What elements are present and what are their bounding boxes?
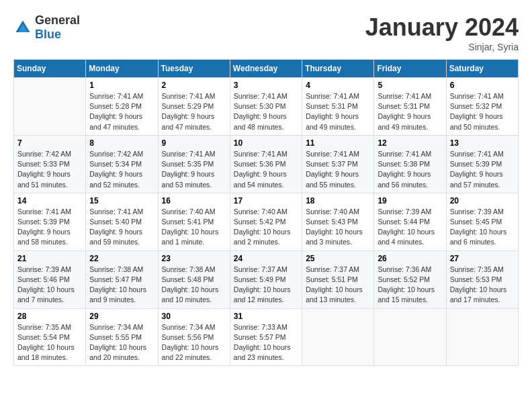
day-info: Sunrise: 7:33 AM Sunset: 5:57 PM Dayligh… xyxy=(234,322,298,363)
weekday-header: Thursday xyxy=(302,60,374,78)
day-info: Sunrise: 7:39 AM Sunset: 5:46 PM Dayligh… xyxy=(17,265,82,306)
calendar-cell: 23Sunrise: 7:38 AM Sunset: 5:48 PM Dayli… xyxy=(158,250,230,308)
day-info: Sunrise: 7:41 AM Sunset: 5:35 PM Dayligh… xyxy=(162,149,226,190)
logo-text-general: General xyxy=(35,13,80,27)
day-info: Sunrise: 7:41 AM Sunset: 5:39 PM Dayligh… xyxy=(17,207,82,248)
day-number: 3 xyxy=(234,81,298,90)
calendar-cell: 21Sunrise: 7:39 AM Sunset: 5:46 PM Dayli… xyxy=(14,250,86,308)
calendar-cell: 28Sunrise: 7:35 AM Sunset: 5:54 PM Dayli… xyxy=(14,308,86,366)
day-info: Sunrise: 7:41 AM Sunset: 5:30 PM Dayligh… xyxy=(234,91,298,132)
day-info: Sunrise: 7:40 AM Sunset: 5:42 PM Dayligh… xyxy=(234,207,298,248)
calendar-cell: 4Sunrise: 7:41 AM Sunset: 5:31 PM Daylig… xyxy=(302,78,374,136)
day-info: Sunrise: 7:41 AM Sunset: 5:29 PM Dayligh… xyxy=(162,91,226,132)
day-info: Sunrise: 7:37 AM Sunset: 5:51 PM Dayligh… xyxy=(306,265,370,306)
weekday-header: Monday xyxy=(86,60,158,78)
day-number: 15 xyxy=(89,196,154,205)
day-number: 7 xyxy=(17,138,82,148)
day-info: Sunrise: 7:41 AM Sunset: 5:31 PM Dayligh… xyxy=(378,91,442,132)
calendar-week-row: 7Sunrise: 7:42 AM Sunset: 5:33 PM Daylig… xyxy=(14,135,519,193)
day-number: 23 xyxy=(162,254,226,263)
weekday-header: Friday xyxy=(374,60,446,78)
calendar-cell: 19Sunrise: 7:39 AM Sunset: 5:44 PM Dayli… xyxy=(374,193,446,250)
calendar-cell: 15Sunrise: 7:41 AM Sunset: 5:40 PM Dayli… xyxy=(86,193,158,250)
day-number: 25 xyxy=(306,254,370,263)
day-info: Sunrise: 7:34 AM Sunset: 5:56 PM Dayligh… xyxy=(162,322,226,363)
weekday-header: Wednesday xyxy=(230,60,302,78)
day-number: 2 xyxy=(162,81,226,90)
calendar-week-row: 14Sunrise: 7:41 AM Sunset: 5:39 PM Dayli… xyxy=(14,193,519,250)
logo: General Blue xyxy=(13,13,80,42)
day-info: Sunrise: 7:41 AM Sunset: 5:38 PM Dayligh… xyxy=(378,149,442,190)
day-info: Sunrise: 7:41 AM Sunset: 5:32 PM Dayligh… xyxy=(450,91,515,132)
day-number: 29 xyxy=(89,312,154,321)
day-number: 20 xyxy=(450,196,515,205)
day-number: 22 xyxy=(89,254,154,263)
day-info: Sunrise: 7:38 AM Sunset: 5:47 PM Dayligh… xyxy=(89,265,154,306)
calendar-week-row: 21Sunrise: 7:39 AM Sunset: 5:46 PM Dayli… xyxy=(14,250,519,308)
day-number: 5 xyxy=(378,81,442,90)
day-number: 12 xyxy=(378,138,442,148)
calendar-cell xyxy=(14,78,86,136)
day-number: 18 xyxy=(306,196,370,205)
calendar-cell: 25Sunrise: 7:37 AM Sunset: 5:51 PM Dayli… xyxy=(302,250,374,308)
calendar-cell: 9Sunrise: 7:41 AM Sunset: 5:35 PM Daylig… xyxy=(158,135,230,193)
day-number: 11 xyxy=(306,138,370,148)
weekday-header: Sunday xyxy=(14,60,86,78)
calendar-cell xyxy=(446,308,518,366)
calendar-week-row: 1Sunrise: 7:41 AM Sunset: 5:28 PM Daylig… xyxy=(14,78,519,136)
day-info: Sunrise: 7:37 AM Sunset: 5:49 PM Dayligh… xyxy=(234,265,298,306)
day-number: 9 xyxy=(162,138,226,148)
calendar-cell: 12Sunrise: 7:41 AM Sunset: 5:38 PM Dayli… xyxy=(374,135,446,193)
calendar-cell: 26Sunrise: 7:36 AM Sunset: 5:52 PM Dayli… xyxy=(374,250,446,308)
day-number: 26 xyxy=(378,254,442,263)
logo-icon xyxy=(13,18,32,37)
calendar-header-row: SundayMondayTuesdayWednesdayThursdayFrid… xyxy=(14,60,519,78)
day-number: 31 xyxy=(234,312,298,321)
day-info: Sunrise: 7:41 AM Sunset: 5:40 PM Dayligh… xyxy=(89,207,154,248)
calendar-cell: 22Sunrise: 7:38 AM Sunset: 5:47 PM Dayli… xyxy=(86,250,158,308)
calendar-cell xyxy=(302,308,374,366)
calendar-cell: 16Sunrise: 7:40 AM Sunset: 5:41 PM Dayli… xyxy=(158,193,230,250)
day-number: 10 xyxy=(234,138,298,148)
day-number: 17 xyxy=(234,196,298,205)
calendar-cell: 18Sunrise: 7:40 AM Sunset: 5:43 PM Dayli… xyxy=(302,193,374,250)
month-title: January 2024 xyxy=(365,13,519,42)
day-info: Sunrise: 7:42 AM Sunset: 5:34 PM Dayligh… xyxy=(89,149,154,190)
day-number: 16 xyxy=(162,196,226,205)
day-number: 13 xyxy=(450,138,515,148)
calendar-week-row: 28Sunrise: 7:35 AM Sunset: 5:54 PM Dayli… xyxy=(14,308,519,366)
calendar-cell: 29Sunrise: 7:34 AM Sunset: 5:55 PM Dayli… xyxy=(86,308,158,366)
day-number: 6 xyxy=(450,81,515,90)
day-info: Sunrise: 7:42 AM Sunset: 5:33 PM Dayligh… xyxy=(17,149,82,190)
day-info: Sunrise: 7:35 AM Sunset: 5:54 PM Dayligh… xyxy=(17,322,82,363)
calendar-cell: 17Sunrise: 7:40 AM Sunset: 5:42 PM Dayli… xyxy=(230,193,302,250)
weekday-header: Tuesday xyxy=(158,60,230,78)
day-info: Sunrise: 7:40 AM Sunset: 5:41 PM Dayligh… xyxy=(162,207,226,248)
calendar-cell: 10Sunrise: 7:41 AM Sunset: 5:36 PM Dayli… xyxy=(230,135,302,193)
calendar-table: SundayMondayTuesdayWednesdayThursdayFrid… xyxy=(13,59,519,366)
day-info: Sunrise: 7:38 AM Sunset: 5:48 PM Dayligh… xyxy=(162,265,226,306)
day-info: Sunrise: 7:41 AM Sunset: 5:39 PM Dayligh… xyxy=(450,149,515,190)
day-number: 19 xyxy=(378,196,442,205)
day-number: 30 xyxy=(162,312,226,321)
day-info: Sunrise: 7:36 AM Sunset: 5:52 PM Dayligh… xyxy=(378,265,442,306)
calendar-cell: 30Sunrise: 7:34 AM Sunset: 5:56 PM Dayli… xyxy=(158,308,230,366)
day-number: 1 xyxy=(89,81,154,90)
day-number: 14 xyxy=(17,196,82,205)
calendar-cell: 14Sunrise: 7:41 AM Sunset: 5:39 PM Dayli… xyxy=(14,193,86,250)
day-info: Sunrise: 7:41 AM Sunset: 5:36 PM Dayligh… xyxy=(234,149,298,190)
calendar-cell xyxy=(374,308,446,366)
day-info: Sunrise: 7:34 AM Sunset: 5:55 PM Dayligh… xyxy=(89,322,154,363)
day-info: Sunrise: 7:35 AM Sunset: 5:53 PM Dayligh… xyxy=(450,265,515,306)
day-info: Sunrise: 7:40 AM Sunset: 5:43 PM Dayligh… xyxy=(306,207,370,248)
day-info: Sunrise: 7:39 AM Sunset: 5:44 PM Dayligh… xyxy=(378,207,442,248)
calendar-cell: 27Sunrise: 7:35 AM Sunset: 5:53 PM Dayli… xyxy=(446,250,518,308)
calendar-cell: 5Sunrise: 7:41 AM Sunset: 5:31 PM Daylig… xyxy=(374,78,446,136)
day-number: 24 xyxy=(234,254,298,263)
calendar-cell: 7Sunrise: 7:42 AM Sunset: 5:33 PM Daylig… xyxy=(14,135,86,193)
day-info: Sunrise: 7:41 AM Sunset: 5:31 PM Dayligh… xyxy=(306,91,370,132)
calendar-cell: 8Sunrise: 7:42 AM Sunset: 5:34 PM Daylig… xyxy=(86,135,158,193)
day-number: 4 xyxy=(306,81,370,90)
calendar-cell: 3Sunrise: 7:41 AM Sunset: 5:30 PM Daylig… xyxy=(230,78,302,136)
day-info: Sunrise: 7:39 AM Sunset: 5:45 PM Dayligh… xyxy=(450,207,515,248)
